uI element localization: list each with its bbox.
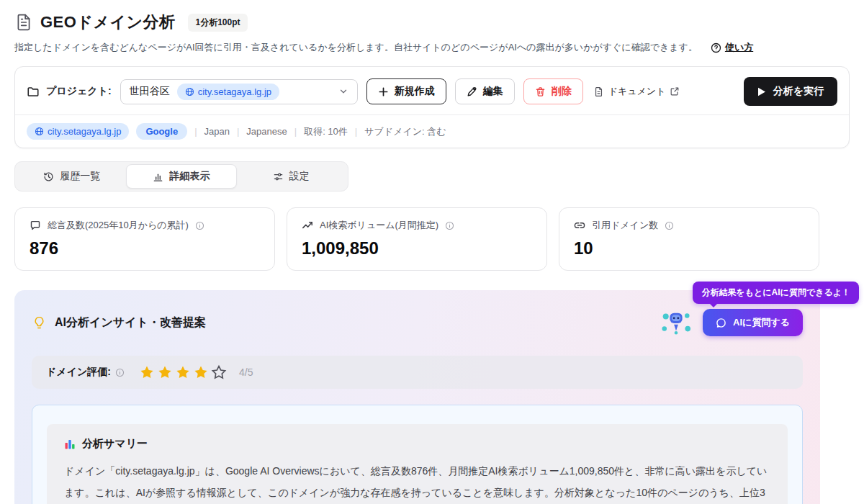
star-filled-icon — [139, 364, 155, 380]
page-title: GEOドメイン分析 — [40, 12, 175, 33]
sliders-icon — [273, 171, 284, 182]
domain-rating-bar: ドメイン評価: 4/5 — [32, 356, 803, 389]
project-select[interactable]: 世田谷区 city.setagaya.lg.jp — [120, 79, 358, 104]
stat-label: 総言及数(2025年10月からの累計) — [48, 219, 189, 232]
stats-row: 総言及数(2025年10月からの累計) 876 AI検索ボリューム(月間推定) — [14, 207, 850, 271]
project-label: プロジェクト: — [27, 85, 112, 98]
selected-domain-pill: city.setagaya.lg.jp — [177, 84, 279, 100]
meta-separator: | — [194, 126, 197, 137]
meta-separator: | — [237, 126, 239, 137]
play-icon — [757, 87, 766, 96]
ai-robot-mascot-icon — [660, 307, 693, 338]
info-icon[interactable] — [445, 221, 454, 230]
insight-header: AI分析インサイト・改善提案 分析結果をもとにAIに質問できるよ！ — [32, 307, 803, 338]
info-icon[interactable] — [665, 221, 674, 230]
tab-detail[interactable]: 詳細表示 — [126, 164, 236, 189]
globe-icon — [185, 87, 194, 96]
domain-tag: city.setagaya.lg.jp — [27, 123, 129, 140]
meta-country: Japan — [204, 126, 230, 137]
page-header: GEOドメイン分析 1分析100pt — [14, 12, 850, 33]
stat-card-cited-domains: 引用ドメイン数 10 — [559, 207, 819, 271]
ask-ai-tooltip: 分析結果をもとにAIに質問できるよ！ — [693, 282, 859, 304]
tab-history[interactable]: 履歴一覧 — [17, 164, 126, 189]
star-filled-icon — [175, 364, 191, 380]
project-panel: プロジェクト: 世田谷区 city.setagaya.lg.jp 新規作成 — [14, 66, 850, 148]
view-tabs: 履歴一覧 詳細表示 設定 — [14, 161, 348, 192]
stat-value: 876 — [30, 238, 260, 258]
star-rating — [139, 364, 227, 380]
stat-card-search-volume: AI検索ボリューム(月間推定) 1,009,850 — [287, 207, 547, 271]
info-icon[interactable] — [115, 368, 125, 377]
stat-value: 1,009,850 — [302, 238, 532, 258]
meta-language: Japanese — [246, 126, 287, 137]
trash-icon — [535, 86, 546, 97]
summary-title: 分析サマリー — [82, 437, 148, 451]
help-link[interactable]: 使い方 — [711, 41, 753, 54]
pencil-icon — [467, 86, 477, 97]
geo-domain-analysis-page: GEOドメイン分析 1分析100pt 指定したドメインを含むどんなページがAI回… — [0, 0, 864, 504]
meta-separator: | — [355, 126, 357, 137]
tab-settings[interactable]: 設定 — [237, 164, 346, 189]
lightbulb-icon — [32, 315, 47, 330]
stat-label: 引用ドメイン数 — [592, 219, 658, 232]
summary-body: ドメイン「city.setagaya.lg.jp」は、Google AI Ove… — [64, 460, 770, 504]
meta-fetched-count: 取得: 10件 — [304, 125, 348, 138]
page-description: 指定したドメインを含むどんなページがAI回答に引用・言及されているかを分析します… — [14, 41, 698, 54]
rating-label: ドメイン評価: — [46, 366, 111, 379]
file-icon — [593, 86, 604, 97]
ai-insight-section: AI分析インサイト・改善提案 分析結果をもとにAIに質問できるよ！ — [14, 290, 820, 504]
analysis-summary-card: 分析サマリー ドメイン「city.setagaya.lg.jp」は、Google… — [32, 405, 803, 504]
insight-title: AI分析インサイト・改善提案 — [55, 315, 206, 330]
project-row: プロジェクト: 世田谷区 city.setagaya.lg.jp 新規作成 — [27, 77, 837, 106]
selected-project-name: 世田谷区 — [130, 85, 170, 98]
star-filled-icon — [193, 364, 209, 380]
chat-bubble-icon — [716, 318, 726, 328]
clock-icon — [43, 171, 54, 182]
info-icon[interactable] — [195, 221, 204, 230]
plus-icon — [378, 86, 389, 97]
cost-badge: 1分析100pt — [188, 14, 247, 32]
create-project-button[interactable]: 新規作成 — [366, 78, 446, 104]
trending-up-icon — [302, 220, 313, 231]
bar-chart-icon — [153, 171, 163, 182]
document-icon — [14, 13, 33, 32]
edit-project-button[interactable]: 編集 — [455, 78, 515, 104]
speech-bubble-icon — [30, 220, 41, 231]
link-icon — [574, 220, 585, 231]
engine-tag: Google — [136, 123, 187, 140]
star-empty-icon — [211, 364, 227, 380]
project-meta-row: city.setagaya.lg.jp Google | Japan | Jap… — [27, 115, 837, 140]
run-analysis-button[interactable]: 分析を実行 — [744, 77, 837, 106]
globe-icon — [35, 127, 44, 136]
delete-project-button[interactable]: 削除 — [523, 78, 583, 104]
stat-value: 10 — [574, 238, 804, 258]
ask-ai-button[interactable]: AIに質問する — [703, 309, 803, 336]
stat-label: AI検索ボリューム(月間推定) — [320, 219, 438, 232]
folder-icon — [27, 85, 40, 98]
colorful-chart-icon — [64, 438, 76, 450]
page-description-row: 指定したドメインを含むどんなページがAI回答に引用・言及されているかを分析します… — [14, 41, 850, 54]
document-link[interactable]: ドキュメント — [593, 85, 680, 98]
star-filled-icon — [157, 364, 173, 380]
help-circle-icon — [711, 42, 721, 53]
meta-subdomain: サブドメイン: 含む — [364, 125, 446, 138]
external-link-icon — [670, 86, 680, 96]
rating-score: 4/5 — [239, 366, 253, 378]
stat-card-mentions: 総言及数(2025年10月からの累計) 876 — [14, 207, 275, 271]
chevron-down-icon — [338, 86, 348, 96]
meta-separator: | — [294, 126, 297, 137]
